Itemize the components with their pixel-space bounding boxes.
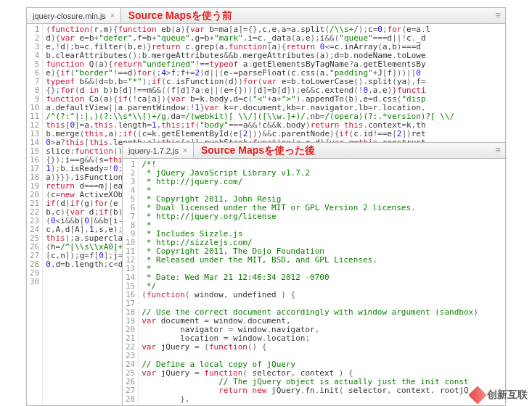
- line-number-gutter: 1 2 3 4 5 6 7 8 9 10 11 12 13 14 15 16 1…: [123, 159, 139, 405]
- caption-after: Source Mapsを使った後: [194, 143, 322, 158]
- tabbar-after: jquery-1.7.2.js × Source Mapsを使った後 ≡: [123, 143, 505, 159]
- code-content[interactable]: /*! * jQuery JavaScript Library v1.7.2 *…: [139, 159, 505, 405]
- close-icon[interactable]: ×: [110, 12, 115, 20]
- caption-before: Source Mapsを使う前: [121, 8, 240, 23]
- close-icon[interactable]: ×: [183, 147, 187, 154]
- tabbar-before: jquery-closure.min.js × Source Mapsを使う前 …: [27, 8, 505, 24]
- tab-filename: jquery-closure.min.js: [33, 12, 106, 20]
- tab-filename: jquery-1.7.2.js: [128, 146, 179, 155]
- tab-jquery-1-7-2[interactable]: jquery-1.7.2.js ×: [123, 143, 194, 158]
- line-number-gutter: 1 2 3 4 5 6 7 8 9 10 11 12 13 14 15 16 1…: [27, 24, 43, 405]
- code-area-after[interactable]: 1 2 3 4 5 6 7 8 9 10 11 12 13 14 15 16 1…: [123, 159, 505, 405]
- tab-jquery-closure-min[interactable]: jquery-closure.min.js ×: [27, 8, 121, 23]
- tab-overflow-icon[interactable]: ≡: [492, 9, 504, 21]
- tab-overflow-icon[interactable]: ≡: [492, 144, 504, 156]
- editor-pane-after: jquery-1.7.2.js × Source Mapsを使った後 ≡ 1 2…: [122, 142, 506, 406]
